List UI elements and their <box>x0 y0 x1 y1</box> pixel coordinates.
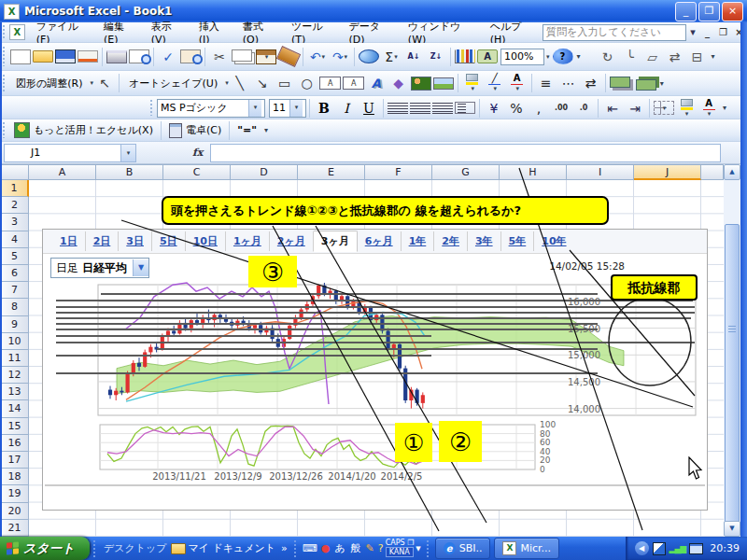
row-header-13[interactable]: 13 <box>0 384 29 400</box>
ime-help-icon[interactable]: ? <box>378 542 384 554</box>
fill-color-icon[interactable]: ▾ <box>676 98 697 119</box>
shadow-style-icon[interactable] <box>610 77 630 88</box>
column-header-E[interactable]: E <box>298 164 365 180</box>
excel-tips-button[interactable]: もっと活用！エクセル(X) <box>9 121 158 139</box>
chart-tab-3年[interactable]: 3年 <box>467 231 500 251</box>
row-header-2[interactable]: 2 <box>0 197 29 214</box>
align-left-icon[interactable] <box>388 102 408 114</box>
row-header-15[interactable]: 15 <box>0 418 29 435</box>
comma-style-icon[interactable]: , <box>529 98 549 119</box>
doc-restore-button[interactable]: ❐ <box>715 27 731 37</box>
signal-strength-icon[interactable]: ▂▄▆ <box>669 544 686 553</box>
font-color-icon[interactable]: A▾ <box>507 73 528 93</box>
increase-decimal-icon[interactable]: .00 <box>551 98 571 119</box>
row-header-11[interactable]: 11 <box>0 350 29 367</box>
wordart-icon[interactable]: A <box>366 73 387 93</box>
draw-arrow-icon[interactable]: ↘ <box>252 73 273 93</box>
chevron-down-icon[interactable]: ▾ <box>248 100 261 117</box>
flip-shape-icon[interactable]: ⇄ <box>665 47 685 67</box>
draw-oval-icon[interactable]: ○ <box>297 73 317 93</box>
chart-tab-2ヶ月[interactable]: 2ヶ月 <box>269 231 313 251</box>
chart-tab-5年[interactable]: 5年 <box>500 231 534 251</box>
question-dropdown-icon[interactable]: ▾ <box>686 24 699 41</box>
row-header-21[interactable]: 21 <box>0 520 29 537</box>
select-objects-icon[interactable]: ↖ <box>94 73 115 93</box>
taskbutton-excel[interactable]: X Micr... <box>494 538 559 559</box>
autoshapes-menu[interactable]: オートシェイプ(U) <box>122 75 224 92</box>
paste-icon[interactable]: ▾ <box>256 49 276 64</box>
open-folder-icon[interactable] <box>33 50 53 63</box>
column-header-partial[interactable] <box>701 164 724 180</box>
vertical-scrollbar[interactable]: ▲ ▼ <box>724 164 740 537</box>
drawing-icon[interactable]: A <box>477 49 498 63</box>
column-header-C[interactable]: C <box>163 164 231 180</box>
quicklaunch-mydocs[interactable]: マイ ドキュメント <box>189 541 276 555</box>
toolbar-options-icon[interactable]: ▾ <box>574 52 584 61</box>
row-header-12[interactable]: 12 <box>0 367 29 384</box>
row-header-17[interactable]: 17 <box>0 452 29 469</box>
scroll-thumb[interactable] <box>725 224 740 532</box>
connector-icon[interactable]: ⊟ <box>687 47 708 67</box>
equals-button[interactable]: "=" <box>233 124 261 136</box>
align-right-icon[interactable] <box>432 102 453 114</box>
line-style-icon[interactable]: ≡ <box>536 73 557 93</box>
ime-input-mode[interactable]: あ <box>334 541 345 555</box>
row-header-1[interactable]: 1 <box>0 180 29 197</box>
merge-center-icon[interactable] <box>455 102 475 114</box>
chart-tab-1年[interactable]: 1年 <box>401 231 434 251</box>
format-painter-icon[interactable] <box>276 46 301 67</box>
draw-rectangle-icon[interactable]: ▭ <box>275 73 295 93</box>
chart-tab-2日[interactable]: 2日 <box>85 231 119 251</box>
minimize-button[interactable]: _ <box>675 2 697 21</box>
column-header-F[interactable]: F <box>365 164 432 180</box>
scroll-up-icon[interactable]: ▲ <box>724 164 740 180</box>
ime-conversion-mode[interactable]: 般 <box>351 541 361 555</box>
calculator-button[interactable]: 電卓(C) <box>164 122 226 139</box>
start-button[interactable]: スタート <box>0 537 90 560</box>
taskbutton-sbi[interactable]: e SBI.. <box>435 538 491 559</box>
chart-tab-2年[interactable]: 2年 <box>433 231 467 251</box>
ime-options-icon[interactable]: ▼ <box>416 545 420 553</box>
toolbar-options-icon[interactable]: ▾ <box>720 104 729 112</box>
resistance-label-box[interactable]: 抵抗線郡 <box>611 274 698 301</box>
chart-tab-6ヶ月[interactable]: 6ヶ月 <box>358 231 401 251</box>
fill-color-icon[interactable]: ▾ <box>462 73 483 93</box>
text-box-icon[interactable]: A <box>319 77 341 90</box>
chart-tab-1日[interactable]: 1日 <box>52 231 85 251</box>
chart-tab-10年[interactable]: 10年 <box>533 231 573 251</box>
column-header-J[interactable]: J <box>634 164 701 180</box>
shape-adjust-menu[interactable]: 図形の調整(R) <box>9 75 89 92</box>
formula-input[interactable] <box>210 144 721 162</box>
cut-icon[interactable]: ✂ <box>209 47 230 67</box>
insert-diagram-icon[interactable]: ◆ <box>388 73 409 93</box>
row-header-7[interactable]: 7 <box>0 282 29 299</box>
column-header-H[interactable]: H <box>500 164 567 180</box>
row-header-19[interactable]: 19 <box>0 485 29 502</box>
row-header-16[interactable]: 16 <box>0 435 29 452</box>
row-header-18[interactable]: 18 <box>0 469 29 485</box>
chart-tab-3ヶ月[interactable]: 3ヶ月 <box>313 231 358 252</box>
keyboard-icon[interactable]: ⌨ <box>303 542 317 554</box>
restore-button[interactable]: ❐ <box>698 2 720 21</box>
print-preview-icon[interactable] <box>129 49 149 63</box>
save-icon[interactable] <box>55 49 76 63</box>
line-color-icon[interactable]: ╱▾ <box>485 73 505 93</box>
toolbar-options-icon[interactable]: ▾ <box>657 79 667 88</box>
trendline-note-box[interactable]: 頭を押さえるトレンド線①②③と抵抗線郡の 線を超えられるか? <box>162 196 609 225</box>
edit-points-icon[interactable]: ╰ <box>620 47 641 67</box>
sort-descending-icon[interactable]: Z↓ <box>426 47 446 67</box>
underline-icon[interactable]: U <box>359 98 379 119</box>
row-header-8[interactable]: 8 <box>0 299 29 315</box>
vertical-text-box-icon[interactable]: A <box>343 77 364 90</box>
toolbar-options-icon[interactable]: ▾ <box>709 52 718 61</box>
percent-style-icon[interactable]: % <box>506 98 527 119</box>
row-header-4[interactable]: 4 <box>0 231 29 248</box>
change-autoshape-icon[interactable]: ▱ <box>642 47 663 67</box>
close-button[interactable]: × <box>722 2 743 21</box>
research-icon[interactable] <box>180 49 201 63</box>
bold-icon[interactable]: B <box>314 98 334 119</box>
decrease-indent-icon[interactable]: ⇤ <box>602 98 623 119</box>
circled-2-label[interactable]: ② <box>439 421 482 462</box>
copy-icon[interactable] <box>232 49 252 62</box>
select-all-corner[interactable] <box>0 164 29 180</box>
